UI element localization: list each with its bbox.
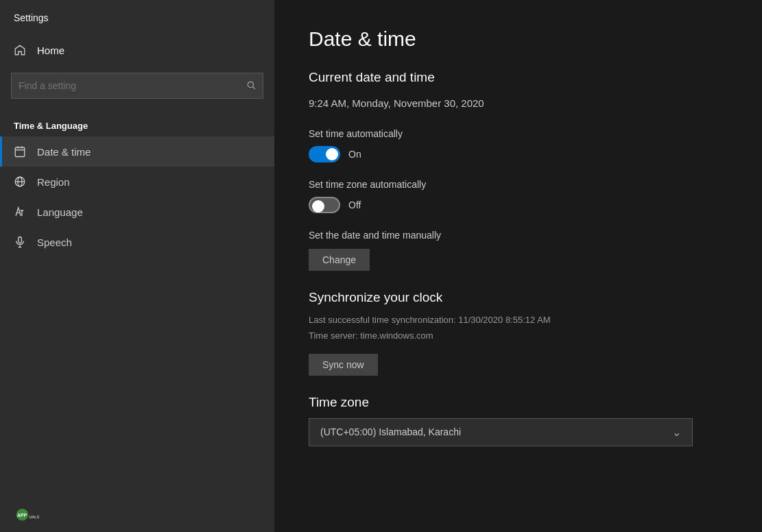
appuals-logo: APP UALS — [14, 499, 48, 524]
current-date-time-heading: Current date and time — [309, 70, 728, 85]
sidebar-bottom: APP UALS — [0, 354, 274, 532]
set-timezone-auto-state: Off — [348, 200, 361, 210]
sidebar-item-region[interactable]: Region — [0, 167, 274, 197]
set-time-auto-label: Set time automatically — [309, 128, 728, 139]
timezone-label: Time zone — [309, 395, 728, 410]
timezone-value: (UTC+05:00) Islamabad, Karachi — [320, 426, 461, 437]
set-timezone-auto-row: Set time zone automatically Off — [309, 179, 728, 213]
svg-line-1 — [253, 86, 255, 88]
set-time-auto-toggle-container: On — [309, 146, 728, 162]
set-timezone-auto-label: Set time zone automatically — [309, 179, 728, 190]
mic-icon — [14, 236, 26, 248]
manual-section: Set the date and time manually Change — [309, 230, 728, 271]
manual-label: Set the date and time manually — [309, 230, 728, 241]
section-label: Time & Language — [0, 110, 274, 136]
search-input[interactable] — [19, 80, 246, 91]
change-button[interactable]: Change — [309, 249, 370, 271]
set-timezone-auto-toggle-container: Off — [309, 197, 728, 213]
home-label: Home — [37, 45, 64, 56]
sidebar-item-region-label: Region — [37, 176, 70, 188]
appuals-logo-svg: APP UALS — [14, 499, 48, 524]
svg-rect-11 — [19, 237, 22, 243]
svg-text:UALS: UALS — [29, 515, 40, 519]
search-box[interactable] — [11, 73, 263, 99]
main-content: Date & time Current date and time 9:24 A… — [274, 0, 762, 532]
sidebar: Settings Home Time & Language — [0, 0, 274, 532]
font-icon — [14, 206, 26, 218]
svg-point-0 — [248, 82, 253, 87]
sync-section: Synchronize your clock Last successful t… — [309, 290, 728, 376]
home-icon — [14, 44, 26, 56]
sidebar-item-speech[interactable]: Speech — [0, 227, 274, 257]
calendar-icon — [14, 145, 26, 158]
timezone-section: Time zone (UTC+05:00) Islamabad, Karachi… — [309, 395, 728, 446]
current-datetime-value: 9:24 AM, Monday, November 30, 2020 — [309, 97, 728, 109]
sidebar-item-language[interactable]: Language — [0, 197, 274, 227]
sync-info-line1: Last successful time synchronization: 11… — [309, 312, 728, 328]
search-icon[interactable] — [246, 80, 256, 92]
sidebar-item-date-time[interactable]: Date & time — [0, 136, 274, 167]
set-time-auto-toggle-knob — [326, 148, 338, 160]
globe-icon — [14, 176, 26, 188]
set-timezone-auto-toggle[interactable] — [309, 197, 340, 213]
page-title: Date & time — [309, 27, 728, 51]
sidebar-item-speech-label: Speech — [37, 237, 72, 248]
set-time-auto-row: Set time automatically On — [309, 128, 728, 162]
svg-rect-2 — [15, 147, 25, 157]
chevron-down-icon: ⌄ — [672, 426, 681, 439]
set-time-auto-toggle[interactable] — [309, 146, 340, 162]
timezone-select[interactable]: (UTC+05:00) Islamabad, Karachi ⌄ — [309, 418, 693, 446]
sync-info: Last successful time synchronization: 11… — [309, 312, 728, 344]
set-timezone-auto-toggle-knob — [312, 200, 324, 213]
sidebar-item-language-label: Language — [37, 206, 83, 218]
svg-text:APP: APP — [17, 513, 27, 518]
sidebar-item-home[interactable]: Home — [0, 34, 274, 66]
sync-info-line2: Time server: time.windows.com — [309, 328, 728, 343]
sync-heading: Synchronize your clock — [309, 290, 728, 305]
app-title: Settings — [0, 0, 274, 34]
sidebar-item-date-time-label: Date & time — [37, 146, 91, 158]
set-time-auto-state: On — [348, 149, 361, 160]
search-container — [0, 66, 274, 110]
sync-now-button[interactable]: Sync now — [309, 354, 378, 376]
